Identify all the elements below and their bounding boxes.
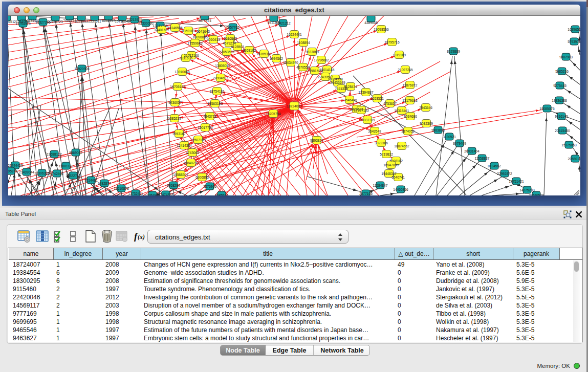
svg-text:22306335: 22306335 — [34, 171, 50, 175]
svg-text:11584847: 11584847 — [373, 184, 388, 187]
svg-text:11558837: 11558837 — [475, 157, 490, 160]
svg-text:22744459: 22744459 — [8, 164, 23, 167]
svg-text:18096865: 18096865 — [192, 35, 208, 39]
svg-text:13805018: 13805018 — [215, 64, 230, 68]
svg-text:22507109: 22507109 — [190, 138, 206, 142]
svg-text:1108894: 1108894 — [297, 41, 310, 45]
svg-text:13732411: 13732411 — [128, 192, 143, 195]
svg-text:3642648: 3642648 — [368, 129, 381, 133]
svg-text:3333883: 3333883 — [75, 19, 88, 23]
svg-text:1653531: 1653531 — [371, 97, 384, 100]
svg-text:9214491: 9214491 — [84, 179, 98, 182]
svg-text:6482877: 6482877 — [98, 182, 111, 185]
svg-text:3131636: 3131636 — [179, 56, 192, 60]
svg-text:1019189: 1019189 — [393, 53, 406, 57]
svg-text:6306893: 6306893 — [195, 176, 209, 179]
svg-text:13421212: 13421212 — [275, 21, 291, 25]
svg-text:18034970: 18034970 — [283, 61, 298, 64]
svg-text:5793975: 5793975 — [568, 40, 580, 43]
svg-text:9887903: 9887903 — [559, 55, 573, 59]
svg-text:13179613: 13179613 — [402, 99, 418, 102]
svg-text:6128434: 6128434 — [344, 85, 357, 89]
svg-text:9082309: 9082309 — [420, 122, 433, 125]
svg-text:1385239: 1385239 — [168, 117, 181, 120]
svg-text:9953167: 9953167 — [172, 132, 186, 136]
svg-text:19017734: 19017734 — [198, 126, 213, 129]
svg-text:19098556: 19098556 — [374, 28, 389, 31]
svg-text:2077105: 2077105 — [359, 192, 373, 195]
svg-text:18705794: 18705794 — [266, 112, 281, 116]
svg-text:(x): (x) — [138, 233, 145, 240]
svg-text:16213925: 16213925 — [127, 18, 142, 21]
svg-text:13241736: 13241736 — [153, 24, 168, 28]
svg-text:19836388: 19836388 — [552, 99, 567, 102]
svg-text:4743069: 4743069 — [186, 151, 199, 155]
svg-text:4389045: 4389045 — [364, 21, 378, 25]
svg-text:4843718: 4843718 — [203, 115, 216, 118]
svg-text:4050413: 4050413 — [207, 38, 220, 41]
svg-text:2537611: 2537611 — [88, 19, 101, 23]
svg-text:6128503: 6128503 — [231, 45, 244, 49]
svg-text:9275445: 9275445 — [553, 84, 567, 87]
svg-text:19448347: 19448347 — [381, 172, 397, 176]
svg-text:17559643: 17559643 — [187, 41, 203, 45]
svg-text:11881122: 11881122 — [59, 164, 74, 168]
svg-text:22330030: 22330030 — [138, 21, 154, 25]
svg-text:12414394: 12414394 — [177, 144, 192, 147]
svg-text:21439044: 21439044 — [19, 170, 34, 174]
svg-text:5685216: 5685216 — [555, 70, 569, 73]
svg-text:16396513: 16396513 — [568, 28, 580, 31]
svg-text:9034686: 9034686 — [404, 115, 417, 118]
svg-text:18724007: 18724007 — [287, 104, 302, 108]
svg-text:16705148: 16705148 — [170, 85, 185, 89]
svg-text:20615450: 20615450 — [555, 129, 570, 133]
svg-text:9958289: 9958289 — [167, 184, 180, 187]
svg-text:4570554: 4570554 — [296, 65, 310, 69]
svg-text:17394887: 17394887 — [358, 91, 374, 94]
svg-text:13546466: 13546466 — [342, 98, 357, 102]
svg-text:8685577: 8685577 — [215, 193, 228, 196]
svg-text:15165337: 15165337 — [256, 52, 272, 56]
svg-text:8359183: 8359183 — [182, 29, 195, 33]
svg-text:21433649: 21433649 — [330, 81, 345, 84]
svg-text:10848230: 10848230 — [183, 161, 199, 165]
svg-text:9816145: 9816145 — [555, 115, 568, 118]
svg-text:18922760: 18922760 — [66, 174, 81, 178]
svg-text:13754919: 13754919 — [15, 22, 31, 26]
svg-text:17307133: 17307133 — [354, 108, 369, 112]
svg-text:22570529: 22570529 — [529, 193, 544, 196]
svg-text:5308102: 5308102 — [389, 159, 403, 163]
svg-text:8369062: 8369062 — [69, 151, 82, 155]
svg-text:6540741: 6540741 — [391, 176, 405, 179]
svg-text:20994697: 20994697 — [213, 76, 228, 80]
svg-text:14460856: 14460856 — [393, 188, 408, 191]
svg-text:22992872: 22992872 — [497, 172, 512, 176]
svg-text:21097245: 21097245 — [398, 68, 413, 72]
svg-text:11876872: 11876872 — [403, 83, 418, 87]
svg-text:22053595: 22053595 — [219, 50, 234, 54]
svg-text:16947830: 16947830 — [383, 163, 399, 167]
svg-text:19563180: 19563180 — [207, 102, 223, 105]
svg-text:22474828: 22474828 — [158, 193, 173, 196]
svg-text:18874652: 18874652 — [394, 144, 409, 148]
svg-text:6457765: 6457765 — [226, 26, 239, 29]
svg-text:4679214: 4679214 — [223, 41, 236, 45]
svg-text:9436057: 9436057 — [168, 101, 182, 104]
svg-text:2876966: 2876966 — [203, 185, 216, 188]
svg-text:9837869: 9837869 — [306, 50, 319, 54]
svg-text:18795716: 18795716 — [384, 40, 400, 44]
svg-text:13910648: 13910648 — [175, 70, 190, 74]
svg-text:13146585: 13146585 — [167, 26, 183, 30]
svg-text:6994562: 6994562 — [270, 57, 283, 60]
svg-text:5641643: 5641643 — [197, 30, 210, 33]
svg-text:3677374: 3677374 — [198, 19, 211, 23]
svg-text:17796882: 17796882 — [314, 58, 329, 62]
svg-text:20031404: 20031404 — [464, 149, 480, 153]
svg-text:20580115: 20580115 — [568, 157, 580, 161]
svg-text:2580963: 2580963 — [224, 37, 237, 40]
svg-text:9983893: 9983893 — [431, 128, 445, 132]
svg-text:6742460: 6742460 — [50, 172, 63, 176]
svg-text:18034339: 18034339 — [328, 77, 343, 81]
svg-text:17751421: 17751421 — [509, 180, 524, 183]
svg-text:19085076: 19085076 — [539, 107, 555, 111]
